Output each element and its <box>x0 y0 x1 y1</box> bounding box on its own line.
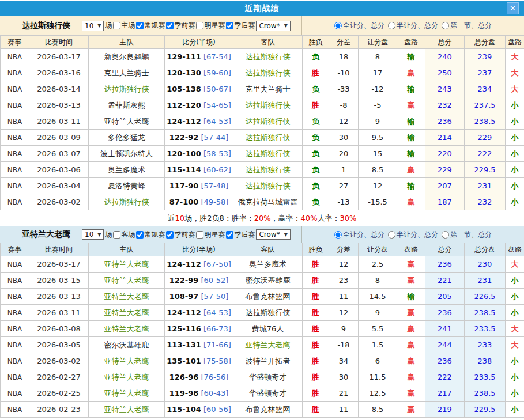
games-count-select[interactable]: 10 ▼ <box>82 229 104 240</box>
away-team-cell: 达拉斯独行侠 <box>233 146 303 162</box>
handicap-cell: 8 <box>359 273 397 289</box>
home-team-cell: 夏洛特黄蜂 <box>89 178 165 194</box>
result-cell: 负 <box>303 81 329 97</box>
home-team-cell: 达拉斯独行侠 <box>89 81 165 97</box>
filter-checkbox: 主场 <box>112 21 135 31</box>
summary-text-part: ，赢率： <box>271 213 301 224</box>
checkbox-regular-season[interactable] <box>136 22 144 29</box>
date-cell: 2026-03-11 <box>29 305 89 321</box>
score-cell: 120-130 [59-60] <box>165 65 233 81</box>
checkbox-preseason[interactable] <box>166 22 174 29</box>
bookmaker-select[interactable]: Crow* ▼ <box>256 21 290 31</box>
radio-half-handicap-total: 半让分、总分 <box>388 21 438 31</box>
col-home: 主队 <box>89 36 165 49</box>
games-suffix-label: 场 <box>105 230 112 240</box>
home-team-cell: 亚特兰大老鹰 <box>89 113 165 130</box>
filter-checkbox: 客场 <box>112 230 135 240</box>
final-score: 135-101 <box>167 357 201 365</box>
date-cell: 2026-03-16 <box>29 65 89 81</box>
diff-cell: -18 <box>329 337 359 353</box>
checkbox-preseason[interactable] <box>166 231 174 239</box>
team1-name: 达拉斯独行侠 <box>22 21 70 31</box>
checkbox-playoffs[interactable] <box>226 231 233 239</box>
filter-checkbox: 季前赛 <box>165 21 195 31</box>
checkbox-away-games[interactable] <box>113 231 120 239</box>
league-cell: NBA <box>1 130 29 146</box>
team2-name: 亚特兰大老鹰 <box>22 229 70 240</box>
away-team-cell: 俄克拉荷马城雷霆 <box>233 194 303 210</box>
handicap-result-cell: 赢 <box>397 402 425 418</box>
league-cell: NBA <box>1 337 29 353</box>
date-cell: 2026-03-08 <box>29 321 89 337</box>
home-team-cell: 亚特兰大老鹰 <box>89 369 165 385</box>
total-line-cell: 238 <box>465 353 506 369</box>
games-count-value: 10 <box>85 22 93 30</box>
checkbox-regular-season[interactable] <box>136 231 144 239</box>
col-date: 比赛时间 <box>29 36 89 49</box>
total-cell: 214 <box>425 130 465 146</box>
radio-input[interactable] <box>334 22 342 29</box>
radio-input[interactable] <box>442 231 449 239</box>
table-row: NBA2026-03-17亚特兰大老鹰124-112 [67-50]奥兰多魔术胜… <box>1 256 524 273</box>
home-team-cell: 孟菲斯灰熊 <box>89 97 165 113</box>
date-cell: 2026-03-05 <box>29 337 89 353</box>
date-cell: 2026-02-25 <box>29 385 89 402</box>
total-cell: 187 <box>425 194 465 210</box>
away-team-cell: 达拉斯独行侠 <box>233 305 303 321</box>
league-cell: NBA <box>1 402 29 418</box>
home-team-cell: 亚特兰大老鹰 <box>89 256 165 273</box>
team1-filter-controls: 达拉斯独行侠 10 ▼ 场 主场 常规赛 季前赛 明星赛 季后赛 Crow* ▼ <box>0 16 302 35</box>
final-score: 126-96 <box>169 373 199 381</box>
diff-cell: -8 <box>329 97 359 113</box>
home-team-cell: 达拉斯独行侠 <box>89 194 165 210</box>
final-score: 120-100 <box>167 149 201 158</box>
handicap-result-cell: 输 <box>397 146 425 162</box>
checkbox-label: 明星赛 <box>204 21 225 31</box>
bookmaker-value: Crow* <box>259 22 280 30</box>
total-line-cell: 239 <box>465 49 506 65</box>
radio-full-handicap-total: 全让分、总分 <box>334 21 384 31</box>
checkbox-playoffs[interactable] <box>226 22 233 29</box>
radio-input[interactable] <box>442 22 449 29</box>
league-cell: NBA <box>1 321 29 337</box>
total-cell: 220 <box>425 146 465 162</box>
over-under-cell: 小 <box>506 273 524 289</box>
diff-cell: 18 <box>329 49 359 65</box>
checkbox-allstar[interactable] <box>196 231 203 239</box>
checkbox-label: 季前赛 <box>174 21 195 31</box>
result-cell: 胜 <box>303 97 329 113</box>
date-cell: 2026-03-17 <box>29 49 89 65</box>
checkbox-home-games[interactable] <box>113 22 120 29</box>
summary-text-part: 40% <box>301 214 318 222</box>
away-team-cell: 密尔沃基雄鹿 <box>233 273 303 289</box>
over-under-cell: 大 <box>506 49 524 65</box>
table-row: NBA2026-03-13亚特兰大老鹰108-97 [57-50]布鲁克林篮网胜… <box>1 289 524 305</box>
radio-input[interactable] <box>388 231 395 239</box>
league-cell: NBA <box>1 81 29 97</box>
half-score: [57-48] <box>198 181 228 190</box>
col-total-line: 总分盘 <box>465 36 506 49</box>
home-team-cell: 亚特兰大老鹰 <box>89 353 165 369</box>
result-cell: 负 <box>303 49 329 65</box>
handicap-result-cell: 赢 <box>397 369 425 385</box>
radio-input[interactable] <box>334 231 342 239</box>
handicap-cell: 8 <box>359 49 397 65</box>
filter-checkbox: 常规赛 <box>135 230 165 240</box>
checkbox-allstar[interactable] <box>196 22 203 29</box>
handicap-cell: 17 <box>359 65 397 81</box>
close-icon[interactable]: ✕ <box>507 2 519 14</box>
radio-label: 第一节、总分 <box>450 21 492 31</box>
table-row: NBA2026-03-11亚特兰大老鹰124-112 [64-53]达拉斯独行侠… <box>1 113 524 130</box>
total-cell: 244 <box>425 337 465 353</box>
checkbox-label: 主场 <box>121 21 135 31</box>
games-count-select[interactable]: 10 ▼ <box>82 21 104 31</box>
table-row: NBA2026-03-13孟菲斯灰熊112-120 [54-65]达拉斯独行侠胜… <box>1 97 524 113</box>
radio-input[interactable] <box>388 22 395 29</box>
checkbox-label: 季前赛 <box>174 230 195 240</box>
bookmaker-select[interactable]: Crow* ▼ <box>256 229 290 240</box>
radio-first-quarter-total: 第一节、总分 <box>442 21 492 31</box>
radio-label: 全让分、总分 <box>343 230 384 240</box>
league-cell: NBA <box>1 385 29 402</box>
over-under-cell: 小 <box>506 97 524 113</box>
over-under-cell: 大 <box>506 321 524 337</box>
